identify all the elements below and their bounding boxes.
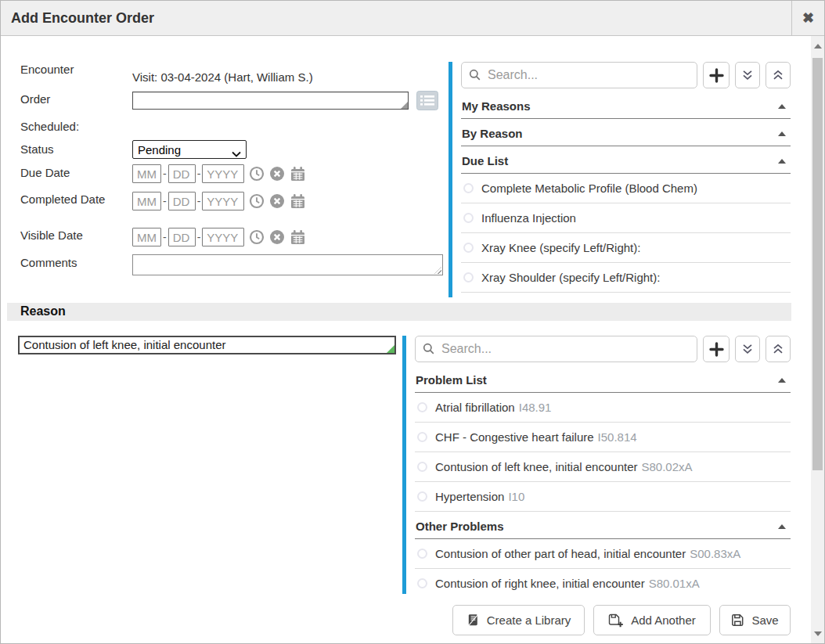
section-problem-list[interactable]: Problem List — [415, 365, 791, 393]
due-list-item[interactable]: Influenza Injection — [461, 203, 791, 233]
triangle-up-icon — [814, 44, 822, 49]
section-by-reason[interactable]: By Reason — [461, 119, 791, 146]
problem-name: Hypertension — [435, 490, 504, 503]
add-another-button[interactable]: Add Another — [593, 605, 711, 635]
problems-collapse-all-button[interactable] — [766, 336, 791, 362]
caret-up-icon — [778, 524, 786, 529]
radio-icon[interactable] — [417, 578, 427, 588]
section-label: By Reason — [462, 127, 523, 140]
create-library-label: Create a Library — [487, 613, 571, 627]
status-select[interactable]: Pending — [132, 140, 247, 159]
completed-date-month-input[interactable] — [132, 192, 161, 210]
visible-date-time-button[interactable] — [249, 229, 265, 245]
clear-circle-icon — [269, 229, 285, 245]
scroll-down-button[interactable] — [811, 627, 824, 640]
reasons-search-input[interactable] — [461, 62, 697, 88]
reasons-expand-all-button[interactable] — [735, 62, 760, 88]
date-separator: - — [197, 195, 201, 207]
double-chevron-down-icon — [741, 343, 754, 355]
vertical-scrollbar[interactable] — [811, 36, 824, 643]
plus-icon — [709, 68, 724, 83]
radio-icon[interactable] — [417, 462, 427, 472]
due-date-day-input[interactable] — [168, 164, 196, 183]
visible-date-day-input[interactable] — [168, 228, 196, 246]
save-button[interactable]: Save — [719, 605, 791, 635]
due-date-month-input[interactable] — [132, 164, 161, 183]
completed-date-year-input[interactable] — [202, 192, 244, 210]
radio-icon[interactable] — [463, 213, 474, 223]
order-lookup-button[interactable] — [416, 91, 438, 110]
problem-code: I50.814 — [598, 430, 637, 444]
resize-handle-icon[interactable] — [387, 345, 394, 353]
radio-icon[interactable] — [463, 243, 474, 253]
dialog-title: Add Encounter Order — [11, 10, 154, 27]
reasons-panel: My Reasons By Reason Due List Complete M… — [449, 62, 791, 297]
radio-icon[interactable] — [417, 491, 427, 502]
reason-section-band: Reason — [7, 303, 791, 321]
double-chevron-down-icon — [741, 69, 754, 81]
add-another-label: Add Another — [631, 613, 696, 627]
comments-input[interactable] — [132, 254, 443, 275]
clock-icon — [249, 229, 265, 245]
completed-date-calendar-button[interactable] — [290, 193, 306, 209]
radio-icon[interactable] — [463, 183, 474, 193]
create-library-button[interactable]: Create a Library — [452, 605, 585, 635]
close-button[interactable]: ✖ — [791, 1, 824, 35]
problems-expand-all-button[interactable] — [735, 336, 760, 362]
date-separator: - — [163, 231, 167, 243]
due-date-time-button[interactable] — [249, 166, 265, 182]
completed-date-label: Completed Date — [20, 192, 108, 207]
due-date-calendar-button[interactable] — [290, 166, 306, 182]
scrollbar-thumb[interactable] — [812, 58, 823, 470]
encounter-value: Visit: 03-04-2024 (Hart, William S.) — [132, 70, 313, 84]
other-problem-item[interactable]: Contusion of right knee, initial encount… — [415, 569, 791, 594]
visible-date-month-input[interactable] — [132, 228, 161, 246]
due-list-item[interactable]: Complete Metabolic Profile (Blood Chem) — [461, 174, 791, 203]
reasons-collapse-all-button[interactable] — [766, 62, 791, 88]
clear-circle-icon — [269, 166, 285, 182]
problems-search-input[interactable] — [415, 336, 697, 362]
problem-code: S00.83xA — [690, 547, 740, 560]
resize-handle-icon[interactable] — [401, 102, 408, 109]
problems-add-button[interactable] — [703, 336, 730, 362]
visible-date-calendar-button[interactable] — [290, 229, 306, 245]
radio-icon[interactable] — [417, 549, 427, 559]
date-separator: - — [197, 167, 201, 180]
problem-list-item[interactable]: Atrial fibrillationI48.91 — [415, 393, 791, 423]
due-list-item[interactable]: Xray Knee (specify Left/Right): — [461, 233, 791, 263]
radio-icon[interactable] — [417, 402, 427, 412]
radio-icon[interactable] — [417, 432, 427, 442]
due-date-year-input[interactable] — [202, 164, 244, 183]
completed-date-day-input[interactable] — [168, 192, 196, 210]
radio-icon[interactable] — [463, 272, 474, 282]
save-plus-icon — [608, 613, 624, 628]
caret-up-icon — [778, 131, 786, 136]
other-problem-item[interactable]: Contusion of other part of head, initial… — [415, 539, 791, 569]
scroll-up-button[interactable] — [811, 39, 824, 52]
completed-date-clear-button[interactable] — [269, 193, 285, 209]
due-list-item-label: Xray Knee (specify Left/Right): — [481, 241, 640, 254]
problem-list-item[interactable]: Contusion of left knee, initial encounte… — [415, 452, 791, 482]
triangle-down-icon — [814, 631, 822, 636]
plus-icon — [709, 342, 724, 357]
problem-list-item[interactable]: HypertensionI10 — [415, 482, 791, 512]
section-other-problems[interactable]: Other Problems — [415, 512, 791, 539]
problem-name: Atrial fibrillation — [435, 401, 515, 414]
problem-list-item[interactable]: CHF - Congestive heart failureI50.814 — [415, 423, 791, 452]
visible-date-year-input[interactable] — [202, 228, 244, 246]
due-list-item[interactable]: Xray Shoulder (specify Left/Right): — [461, 263, 791, 293]
problem-item-label: CHF - Congestive heart failureI50.814 — [435, 430, 637, 444]
section-my-reasons[interactable]: My Reasons — [461, 92, 791, 119]
book-icon — [467, 613, 480, 627]
visible-date-clear-button[interactable] — [269, 229, 285, 245]
problems-search-box — [415, 336, 697, 362]
due-date-clear-button[interactable] — [269, 166, 285, 182]
section-due-list[interactable]: Due List — [461, 146, 791, 174]
reasons-search-box — [461, 62, 697, 88]
caret-up-icon — [778, 378, 786, 383]
order-input[interactable] — [132, 92, 409, 110]
completed-date-time-button[interactable] — [249, 193, 265, 209]
reasons-add-button[interactable] — [703, 62, 730, 88]
problem-name: Contusion of other part of head, initial… — [435, 547, 686, 560]
reason-input[interactable]: Contusion of left knee, initial encounte… — [18, 336, 396, 354]
